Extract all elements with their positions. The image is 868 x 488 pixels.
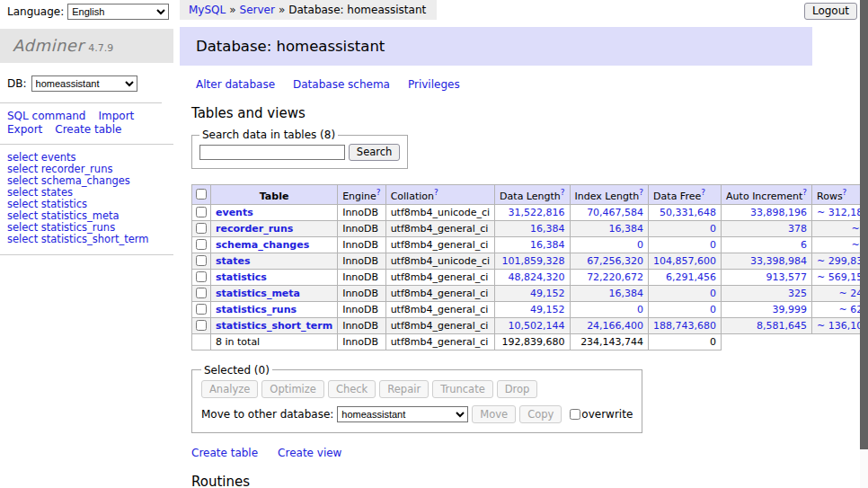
- auto-increment-cell[interactable]: 325: [722, 285, 812, 301]
- move-db-select[interactable]: homeassistant: [337, 406, 468, 422]
- table-name-link[interactable]: statistics_short_term: [216, 320, 332, 332]
- sidebar-select-table-link[interactable]: select statistics_short_term: [7, 234, 166, 245]
- db-select[interactable]: homeassistant: [31, 75, 137, 92]
- data-free-cell[interactable]: 104,857,600: [649, 253, 722, 269]
- row-checkbox[interactable]: [196, 304, 207, 315]
- sidebar-item-import[interactable]: Import: [98, 110, 134, 122]
- index-length-cell[interactable]: 0: [570, 236, 649, 253]
- column-help-link[interactable]: ?: [701, 188, 705, 197]
- table-name-link[interactable]: schema_changes: [216, 239, 309, 251]
- selected-action-button[interactable]: Truncate: [432, 380, 493, 398]
- column-help-link[interactable]: ?: [802, 188, 807, 197]
- data-length-cell[interactable]: 31,522,816: [495, 204, 570, 220]
- data-free-cell[interactable]: 6,291,456: [649, 269, 722, 285]
- language-select[interactable]: English: [67, 4, 169, 20]
- data-length-cell[interactable]: 48,824,320: [495, 269, 570, 285]
- auto-increment-cell[interactable]: 6: [722, 236, 812, 253]
- table-name-link[interactable]: statistics_runs: [216, 304, 297, 315]
- data-free-cell[interactable]: 50,331,648: [649, 204, 722, 220]
- data-free-cell[interactable]: 0: [649, 220, 722, 236]
- data-free-cell[interactable]: 0: [649, 236, 722, 253]
- create-link[interactable]: Create view: [278, 447, 341, 459]
- data-length-cell[interactable]: 101,859,328: [495, 253, 570, 269]
- sidebar-select-table-link[interactable]: select states: [7, 187, 166, 199]
- breadcrumb-mysql-link[interactable]: MySQL: [189, 4, 226, 16]
- table-row: schema_changes InnoDB utf8mb4_general_ci…: [192, 236, 868, 253]
- table-name-link[interactable]: statistics_meta: [216, 288, 300, 299]
- table-name-link[interactable]: statistics: [216, 271, 267, 283]
- data-length-cell[interactable]: 10,502,144: [495, 317, 570, 333]
- database-action-link[interactable]: Privileges: [408, 78, 460, 91]
- create-link[interactable]: Create table: [191, 447, 258, 459]
- index-length-cell[interactable]: 0: [570, 301, 649, 317]
- table-row: statistics_runs InnoDB utf8mb4_general_c…: [192, 301, 868, 317]
- logout-button[interactable]: Logout: [804, 3, 857, 20]
- sidebar-item-sql-command[interactable]: SQL command: [7, 110, 85, 122]
- sidebar-menu: SQL commandImport ExportCreate table: [0, 102, 162, 144]
- breadcrumb-server-link[interactable]: Server: [240, 4, 275, 16]
- select-all-checkbox[interactable]: [196, 189, 207, 200]
- sidebar-item-create-table[interactable]: Create table: [55, 123, 121, 136]
- index-length-cell[interactable]: 16,384: [570, 285, 649, 301]
- selected-action-button[interactable]: Drop: [497, 380, 538, 398]
- data-length-cell[interactable]: 16,384: [495, 220, 570, 236]
- page-scrollbar[interactable]: [860, 0, 868, 488]
- auto-increment-cell[interactable]: 378: [722, 220, 812, 236]
- selected-action-button[interactable]: Repair: [379, 380, 429, 398]
- index-length-cell[interactable]: 72,220,672: [570, 269, 649, 285]
- search-legend: Search data in tables (8): [199, 129, 338, 141]
- data-free-cell[interactable]: 188,743,680: [649, 317, 722, 333]
- selected-action-button[interactable]: Optimize: [261, 380, 324, 398]
- sidebar-select-table-link[interactable]: select statistics_meta: [7, 210, 166, 222]
- overwrite-checkbox[interactable]: [570, 409, 580, 420]
- scrollbar-thumb[interactable]: [860, 0, 868, 449]
- row-checkbox[interactable]: [196, 288, 207, 298]
- collation-cell: utf8mb4_general_ci: [385, 269, 494, 285]
- column-help-link[interactable]: ?: [639, 188, 643, 197]
- table-name-link[interactable]: events: [216, 207, 253, 218]
- engine-cell: InnoDB: [338, 285, 385, 301]
- row-checkbox[interactable]: [196, 271, 207, 282]
- collation-cell: utf8mb4_general_ci: [385, 220, 494, 236]
- row-checkbox[interactable]: [196, 223, 207, 234]
- column-help-link[interactable]: ?: [434, 188, 438, 197]
- collation-cell: utf8mb4_general_ci: [385, 301, 494, 317]
- table-name-link[interactable]: recorder_runs: [216, 223, 293, 235]
- sidebar-select-table-link[interactable]: select schema_changes: [7, 175, 166, 187]
- data-free-cell[interactable]: 0: [649, 285, 722, 301]
- data-length-cell[interactable]: 49,152: [495, 285, 570, 301]
- database-action-link[interactable]: Database schema: [293, 78, 390, 91]
- row-checkbox[interactable]: [196, 239, 207, 250]
- row-checkbox[interactable]: [196, 207, 207, 217]
- auto-increment-cell[interactable]: 33,898,196: [722, 204, 812, 220]
- index-length-cell[interactable]: 70,467,584: [570, 204, 649, 220]
- index-length-cell[interactable]: 16,384: [570, 220, 649, 236]
- auto-increment-cell[interactable]: 8,581,645: [722, 317, 812, 333]
- table-row: states InnoDB utf8mb4_unicode_ci 101,859…: [192, 253, 868, 269]
- copy-button[interactable]: Copy: [519, 405, 562, 423]
- selected-action-button[interactable]: Analyze: [201, 380, 258, 398]
- index-length-cell[interactable]: 67,256,320: [570, 253, 649, 269]
- auto-increment-cell[interactable]: 33,398,984: [722, 253, 812, 269]
- move-button[interactable]: Move: [472, 405, 516, 423]
- sidebar-item-export[interactable]: Export: [7, 123, 42, 136]
- data-length-cell[interactable]: 49,152: [495, 301, 570, 317]
- auto-increment-cell[interactable]: 39,999: [722, 301, 812, 317]
- column-help-link[interactable]: ?: [843, 188, 847, 197]
- database-action-link[interactable]: Alter database: [196, 78, 275, 91]
- sidebar-select-table-link[interactable]: select statistics_runs: [7, 222, 166, 234]
- search-input[interactable]: [199, 145, 345, 160]
- sidebar-select-table-link[interactable]: select statistics: [7, 199, 166, 210]
- selected-action-button[interactable]: Check: [328, 380, 376, 398]
- data-length-cell[interactable]: 16,384: [495, 236, 570, 253]
- data-free-cell[interactable]: 0: [649, 301, 722, 317]
- index-length-cell[interactable]: 24,166,400: [570, 317, 649, 333]
- row-checkbox[interactable]: [196, 255, 207, 266]
- auto-increment-cell[interactable]: 913,577: [722, 269, 812, 285]
- table-name-link[interactable]: states: [216, 255, 251, 267]
- column-help-link[interactable]: ?: [376, 188, 381, 197]
- search-button[interactable]: Search: [349, 144, 401, 161]
- table-total-body: 8 in total InnoDB utf8mb4_general_ci 192…: [192, 333, 868, 350]
- column-help-link[interactable]: ?: [561, 188, 565, 197]
- row-checkbox[interactable]: [196, 320, 207, 331]
